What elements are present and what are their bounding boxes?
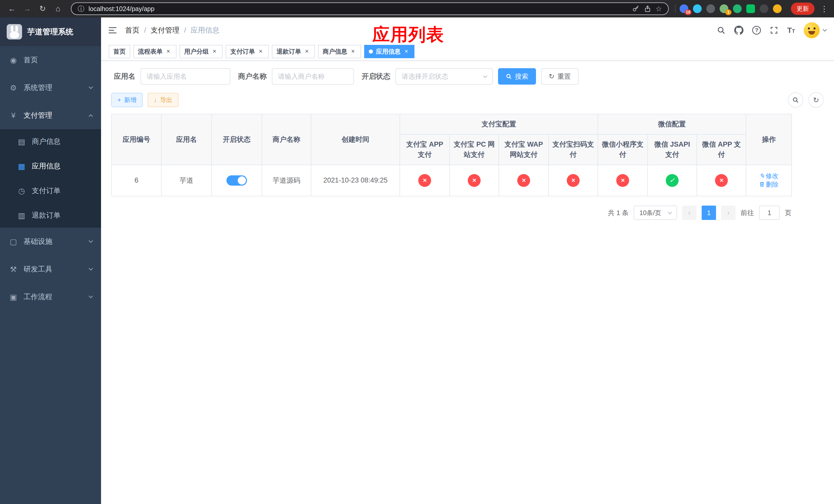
close-icon[interactable]: × — [211, 48, 218, 55]
close-icon[interactable]: × — [257, 48, 264, 55]
app-name-input[interactable] — [140, 68, 230, 85]
extension-icon-5[interactable] — [733, 4, 742, 13]
cell-wx-jsapi: ✓ — [648, 165, 697, 197]
tab-flow-form[interactable]: 流程表单× — [133, 45, 176, 58]
status-toggle[interactable] — [226, 175, 247, 186]
plus-icon: + — [117, 96, 121, 104]
extension-icon-2[interactable] — [693, 4, 702, 13]
github-icon[interactable] — [734, 26, 744, 35]
browser-menu-icon[interactable]: ⋮ — [820, 4, 829, 13]
page-size-select[interactable]: 10条/页 — [634, 206, 677, 220]
tab-refund-order[interactable]: 退款订单× — [272, 45, 315, 58]
sidebar-item-pay-order[interactable]: ◷ 支付订单 — [0, 178, 101, 203]
prev-page-button[interactable]: ‹ — [682, 206, 697, 220]
status-select[interactable]: 请选择开启状态 — [395, 68, 493, 85]
edit-link[interactable]: ✎修改 — [760, 172, 778, 180]
back-icon[interactable]: ← — [5, 2, 19, 15]
page-1-button[interactable]: 1 — [702, 206, 716, 220]
sidebar-item-infrastructure[interactable]: ▢ 基础设施 — [0, 228, 101, 255]
refresh-icon: ↻ — [813, 96, 819, 104]
sidebar-item-payment[interactable]: ¥ 支付管理 — [0, 101, 101, 129]
tab-pay-order[interactable]: 支付订单× — [226, 45, 269, 58]
goto-page-input[interactable] — [759, 206, 780, 220]
cell-status — [212, 165, 262, 197]
search-button[interactable]: 搜索 — [498, 68, 536, 85]
sidebar-item-devtools[interactable]: ⚒ 研发工具 — [0, 255, 101, 283]
close-icon[interactable]: × — [349, 48, 356, 55]
export-button[interactable]: ↓ 导出 — [148, 93, 178, 107]
sidebar-item-app-info[interactable]: ▦ 应用信息 — [0, 154, 101, 178]
browser-update-button[interactable]: 更新 — [791, 3, 814, 15]
fullscreen-icon[interactable] — [770, 26, 778, 35]
extension-icon-4[interactable]: 1 — [720, 4, 728, 13]
close-icon[interactable]: × — [164, 48, 172, 55]
url-text: localhost:1024/pay/app — [88, 5, 154, 13]
toggle-search-button[interactable] — [788, 92, 803, 108]
profile-avatar-icon[interactable] — [773, 4, 782, 13]
search-icon — [792, 97, 799, 103]
breadcrumb-home[interactable]: 首页 — [125, 25, 139, 35]
sidebar-logo[interactable]: 芋道管理系统 — [0, 18, 101, 46]
reset-button[interactable]: ↻ 重置 — [541, 68, 578, 85]
close-icon[interactable]: × — [403, 48, 410, 55]
refresh-icon: ↻ — [549, 72, 554, 81]
merchant-name-label: 商户名称 — [238, 71, 267, 81]
page-title-annotation: 应用列表 — [372, 23, 444, 46]
refresh-table-button[interactable]: ↻ — [808, 92, 824, 108]
sidebar-item-workflow[interactable]: ▣ 工作流程 — [0, 283, 101, 311]
col-app-id: 应用编号 — [112, 114, 161, 165]
close-icon[interactable]: × — [303, 48, 310, 55]
forward-icon[interactable]: → — [21, 2, 34, 15]
page-content: 应用名 商户名称 开启状态 请选择开启状态 搜索 ↻ 重置 — [101, 61, 834, 504]
tab-home[interactable]: 首页 — [109, 45, 130, 58]
url-bar[interactable]: ⓘ localhost:1024/pay/app ☆ — [71, 2, 669, 15]
extension-badge: 1 — [725, 9, 731, 15]
sidebar-item-label: 系统管理 — [24, 83, 52, 93]
app-grid-icon: ▦ — [17, 162, 26, 171]
search-icon[interactable] — [717, 26, 725, 35]
pagination: 共 1 条 10条/页 ‹ 1 › 前往 页 — [111, 206, 791, 220]
extension-icon-7[interactable] — [760, 4, 768, 13]
tab-app-info[interactable]: 应用信息× — [364, 45, 414, 58]
tab-user-group[interactable]: 用户分组× — [179, 45, 223, 58]
sidebar-item-refund-order[interactable]: ▥ 退款订单 — [0, 203, 101, 228]
sidebar-item-merchant-info[interactable]: ▤ 商户信息 — [0, 129, 101, 154]
help-icon[interactable]: ? — [752, 26, 761, 35]
user-avatar[interactable] — [804, 22, 826, 38]
password-key-icon[interactable] — [632, 5, 640, 13]
avatar-face-image — [804, 22, 820, 38]
chevron-up-icon — [89, 114, 93, 119]
download-icon: ↓ — [154, 96, 157, 104]
merchant-name-input[interactable] — [272, 68, 354, 85]
cell-app-id: 6 — [112, 165, 161, 197]
alipay-qr-disabled-icon: × — [567, 174, 579, 187]
delete-link[interactable]: 删除 — [759, 180, 778, 189]
site-info-icon[interactable]: ⓘ — [78, 4, 84, 13]
extension-icon-3[interactable] — [706, 4, 715, 13]
col-status: 开启状态 — [212, 114, 262, 165]
sidebar-item-label: 工作流程 — [24, 292, 52, 302]
status-label: 开启状态 — [361, 71, 390, 81]
sidebar-item-system[interactable]: ⚙ 系统管理 — [0, 74, 101, 101]
extension-icon-6[interactable] — [746, 4, 755, 13]
tab-merchant-info[interactable]: 商户信息× — [318, 45, 361, 58]
cell-alipay-pc: × — [449, 165, 499, 197]
breadcrumb-payment[interactable]: 支付管理 — [151, 25, 179, 35]
total-count: 共 1 条 — [608, 208, 629, 217]
alipay-wap-disabled-icon: × — [517, 174, 530, 187]
sidebar-item-label: 基础设施 — [24, 237, 52, 246]
next-page-button[interactable]: › — [721, 206, 736, 220]
bookmark-star-icon[interactable]: ☆ — [656, 5, 662, 13]
reload-icon[interactable]: ↻ — [36, 2, 49, 15]
extension-icon-1[interactable]: 10 — [680, 4, 688, 13]
sidebar-item-home[interactable]: ◉ 首页 — [0, 46, 101, 74]
collapse-sidebar-icon[interactable] — [109, 26, 118, 35]
font-size-icon[interactable]: TT — [787, 26, 795, 35]
add-button[interactable]: + 新增 — [111, 93, 142, 107]
sidebar-item-label: 支付管理 — [24, 111, 52, 120]
cell-wx-mini: × — [598, 165, 648, 197]
sidebar-item-label: 退款订单 — [32, 210, 61, 220]
share-icon[interactable] — [644, 5, 652, 13]
home-icon[interactable]: ⌂ — [51, 2, 65, 15]
app-table: 应用编号 应用名 开启状态 商户名称 创建时间 支付宝配置 微信配置 操作 支付… — [111, 114, 792, 197]
